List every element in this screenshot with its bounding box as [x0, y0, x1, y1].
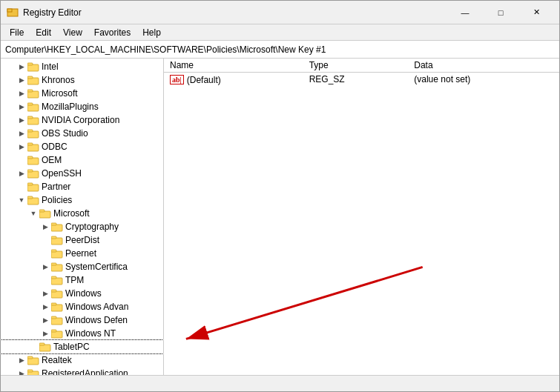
- tree-item-khronos[interactable]: ▶ Khronos: [1, 73, 163, 87]
- tree-item-windows-nt[interactable]: ▶ Windows NT: [1, 327, 163, 340]
- svg-rect-31: [51, 250, 56, 252]
- minimize-button[interactable]: —: [448, 1, 482, 24]
- arrow-overlay: [164, 59, 559, 375]
- folder-icon-nvidia: [27, 115, 39, 125]
- tree-item-openssh[interactable]: ▶ OpenSSH: [1, 167, 163, 180]
- title-bar-left: Registry Editor: [7, 7, 82, 19]
- expander-windows-nt[interactable]: ▶: [39, 328, 51, 339]
- tree-item-partner[interactable]: ▶ Partner: [1, 180, 163, 193]
- table-row[interactable]: ab| (Default) REG_SZ (value not set): [164, 73, 559, 87]
- menu-edit[interactable]: Edit: [30, 26, 57, 39]
- svg-rect-25: [39, 210, 45, 212]
- svg-rect-17: [27, 156, 33, 159]
- col-header-name: Name: [164, 59, 303, 73]
- expander-intel[interactable]: ▶: [16, 61, 27, 73]
- tree-label-oem: OEM: [42, 155, 62, 165]
- expander-cryptography[interactable]: ▶: [39, 221, 51, 233]
- folder-icon-tpm: [51, 275, 63, 285]
- tree-item-odbc[interactable]: ▶ ODBC: [1, 140, 163, 153]
- tree-panel[interactable]: ▶ Intel ▶ Khronos ▶ Microsoft: [1, 59, 164, 375]
- tree-label-tabletpc: TabletPC: [53, 342, 90, 352]
- menu-favorites[interactable]: Favorites: [88, 26, 136, 39]
- expander-openssh[interactable]: ▶: [16, 167, 27, 179]
- maximize-button[interactable]: □: [484, 1, 518, 24]
- svg-rect-3: [27, 63, 33, 65]
- tree-label-windows-nt: Windows NT: [65, 328, 116, 339]
- svg-rect-21: [27, 183, 33, 185]
- tree-item-microsoft-top[interactable]: ▶ Microsoft: [1, 87, 163, 100]
- svg-rect-15: [27, 143, 33, 145]
- expander-realtek[interactable]: ▶: [16, 354, 27, 366]
- tree-label-pol-microsoft: Microsoft: [53, 208, 90, 219]
- expander-windows[interactable]: ▶: [39, 288, 51, 299]
- folder-icon-peerdist: [51, 235, 63, 245]
- app-icon: [7, 7, 19, 19]
- expander-mozillaplugins[interactable]: ▶: [16, 101, 27, 113]
- folder-icon-cryptography: [51, 222, 63, 232]
- expander-obs[interactable]: ▶: [16, 127, 27, 139]
- tree-item-tabletpc[interactable]: ▶ TabletPC: [1, 340, 163, 353]
- expander-windows-defen[interactable]: ▶: [39, 314, 51, 326]
- tree-item-pol-microsoft[interactable]: ▼ Microsoft: [1, 207, 163, 220]
- svg-rect-1: [7, 9, 12, 12]
- tree-item-windows-advan[interactable]: ▶ Windows Advan: [1, 300, 163, 313]
- tree-item-oem[interactable]: ▶ OEM: [1, 153, 163, 167]
- tree-item-intel[interactable]: ▶ Intel: [1, 60, 163, 73]
- main-content: ▶ Intel ▶ Khronos ▶ Microsoft: [1, 59, 559, 375]
- folder-icon-regapp: [27, 368, 39, 375]
- close-button[interactable]: ✕: [519, 1, 553, 24]
- address-bar: Computer\HKEY_LOCAL_MACHINE\SOFTWARE\Pol…: [1, 41, 559, 59]
- folder-icon-openssh: [27, 168, 39, 179]
- expander-khronos[interactable]: ▶: [16, 74, 27, 86]
- svg-rect-29: [51, 236, 56, 239]
- expander-microsoft-top[interactable]: ▶: [16, 87, 27, 99]
- tree-label-realtek: Realtek: [42, 355, 72, 365]
- window-controls: — □ ✕: [448, 1, 553, 24]
- registry-editor-window: Registry Editor — □ ✕ File Edit View Fav…: [0, 0, 560, 392]
- tree-item-peernet[interactable]: ▶ Peernet: [1, 247, 163, 260]
- tree-item-tpm[interactable]: ▶ TPM: [1, 273, 163, 287]
- folder-icon-pol-microsoft: [39, 208, 51, 219]
- expander-odbc[interactable]: ▶: [16, 141, 27, 153]
- folder-icon-mozillaplugins: [27, 102, 39, 112]
- svg-rect-39: [51, 303, 56, 305]
- address-path: Computer\HKEY_LOCAL_MACHINE\SOFTWARE\Pol…: [5, 44, 326, 55]
- tree-label-obs: OBS Studio: [42, 128, 88, 139]
- tree-item-cryptography[interactable]: ▶ Cryptography: [1, 220, 163, 233]
- window-title: Registry Editor: [23, 7, 82, 18]
- menu-view[interactable]: View: [57, 26, 88, 39]
- tree-item-obs[interactable]: ▶ OBS Studio: [1, 127, 163, 140]
- folder-icon-systemcertif: [51, 262, 63, 272]
- folder-icon-windows-advan: [51, 302, 63, 312]
- tree-item-regapp[interactable]: ▶ RegisteredApplication: [1, 367, 163, 375]
- folder-icon-khronos: [27, 75, 39, 85]
- tree-label-systemcertif: SystemCertifica: [65, 262, 128, 272]
- tree-label-partner: Partner: [42, 182, 70, 192]
- col-header-data: Data: [408, 59, 559, 73]
- tree-item-mozillaplugins[interactable]: ▶ MozillaPlugins: [1, 100, 163, 113]
- svg-rect-9: [27, 103, 33, 105]
- svg-rect-19: [27, 170, 33, 172]
- menu-help[interactable]: Help: [136, 26, 167, 39]
- expander-policies[interactable]: ▼: [16, 194, 27, 206]
- svg-rect-37: [51, 290, 56, 292]
- title-bar: Registry Editor — □ ✕: [1, 1, 559, 24]
- expander-regapp[interactable]: ▶: [16, 368, 27, 375]
- tree-item-windows[interactable]: ▶ Windows: [1, 287, 163, 300]
- tree-item-nvidia[interactable]: ▶ NVIDIA Corporation: [1, 113, 163, 127]
- tree-item-windows-defen[interactable]: ▶ Windows Defen: [1, 313, 163, 327]
- expander-nvidia[interactable]: ▶: [16, 114, 27, 126]
- ab-icon: ab|: [170, 75, 184, 84]
- expander-windows-advan[interactable]: ▶: [39, 301, 51, 313]
- tree-label-windows-defen: Windows Defen: [65, 315, 128, 325]
- expander-systemcertif[interactable]: ▶: [39, 261, 51, 273]
- tree-item-realtek[interactable]: ▶ Realtek: [1, 353, 163, 367]
- tree-item-systemcertif[interactable]: ▶ SystemCertifica: [1, 260, 163, 273]
- expander-pol-microsoft[interactable]: ▼: [27, 207, 39, 219]
- tree-label-regapp: RegisteredApplication: [42, 368, 128, 375]
- tree-item-policies[interactable]: ▼ Policies: [1, 193, 163, 207]
- svg-line-51: [186, 267, 423, 339]
- tree-item-peerdist[interactable]: ▶ PeerDist: [1, 233, 163, 247]
- folder-icon-peernet: [51, 248, 63, 259]
- menu-file[interactable]: File: [4, 26, 30, 39]
